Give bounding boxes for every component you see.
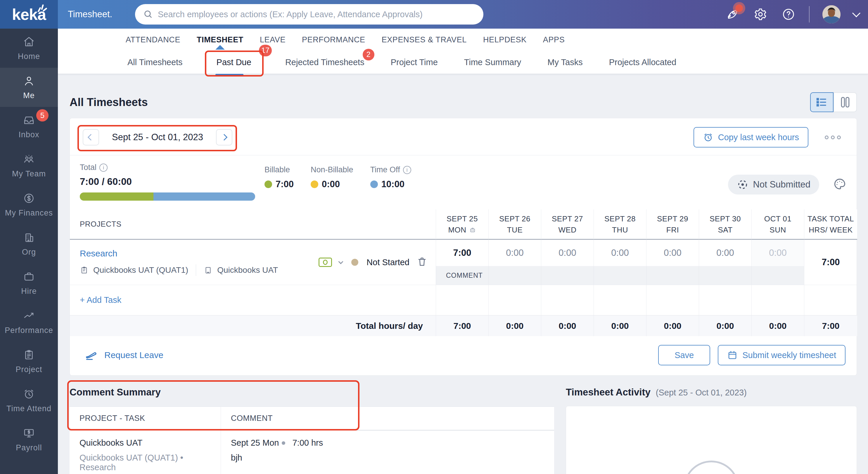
comment-strip-cell[interactable]	[488, 266, 541, 285]
progress-billable-segment	[80, 193, 153, 201]
sidebar-item-me[interactable]: Me	[0, 68, 58, 107]
main-area: keka Timesheet.	[58, 0, 868, 474]
subtab-rejected-timesheets[interactable]: Rejected Timesheets2	[285, 58, 365, 67]
help-icon[interactable]	[781, 7, 796, 22]
subtab-time-summary[interactable]: Time Summary	[464, 58, 521, 67]
tab-timesheet[interactable]: TIMESHEET	[197, 30, 243, 49]
comment-strip-cell[interactable]	[699, 266, 751, 285]
cs-task-path: Quickbooks UAT (QUAT1) • Research	[80, 453, 221, 472]
subtab-all-timesheets[interactable]: All Timesheets	[127, 58, 183, 67]
page-title: All Timesheets	[69, 96, 148, 109]
tab-apps[interactable]: APPS	[543, 30, 565, 49]
timeoff-label: Time Off	[370, 165, 400, 174]
billable-money-icon[interactable]	[318, 258, 332, 267]
list-view-button[interactable]	[810, 92, 834, 112]
org-icon	[23, 231, 35, 245]
sidebar-item-hire[interactable]: Hire	[0, 264, 58, 303]
subtab-my-tasks[interactable]: My Tasks	[548, 58, 583, 67]
sidebar-item-payroll[interactable]: Payroll	[0, 420, 58, 459]
status-badge: Not Submitted	[728, 175, 819, 195]
task-link[interactable]: Research	[80, 248, 278, 259]
cs-comment-cell: Sept 25 Mon 7:00 hrs bjh	[221, 431, 554, 474]
sidebar-item-home[interactable]: Home	[0, 29, 58, 68]
person-icon	[23, 75, 35, 88]
settings-gear-icon[interactable]	[753, 7, 768, 22]
module-title: Timesheet.	[68, 9, 135, 20]
prev-week-button[interactable]	[83, 129, 99, 145]
billable-dot	[265, 180, 272, 188]
bottom-section: Comment Summary PROJECT - TASK COMMENT Q…	[69, 387, 857, 474]
hours-cell-sun[interactable]: 0:00	[751, 240, 804, 266]
sidebar-item-performance[interactable]: Performance	[0, 303, 58, 342]
nonbillable-dot	[311, 180, 318, 188]
comment-strip-cell[interactable]	[646, 266, 699, 285]
subtab-past-due[interactable]: Past Due	[217, 58, 251, 67]
total-sun: 0:00	[751, 315, 804, 336]
tab-performance[interactable]: PERFORMANCE	[302, 30, 365, 49]
sidebar-item-project[interactable]: Project	[0, 342, 58, 381]
hours-cell-wed[interactable]: 0:00	[541, 240, 594, 266]
hours-cell-fri[interactable]: 0:00	[646, 240, 699, 266]
timesheet-subnav: All Timesheets Past Due 17 Rejected Time…	[58, 51, 868, 74]
chevron-right-icon	[221, 134, 228, 141]
billable-chevron-down-icon[interactable]	[338, 259, 343, 264]
sidebar-item-my-finances[interactable]: My Finances	[0, 185, 58, 224]
copy-last-week-button[interactable]: Copy last week hours	[693, 127, 808, 147]
search-icon	[143, 9, 153, 19]
tab-expenses-travel[interactable]: EXPENSES & TRAVEL	[382, 30, 467, 49]
save-button[interactable]: Save	[658, 345, 710, 365]
timeoff-value: 10:00	[381, 179, 404, 190]
more-options-icon[interactable]	[825, 136, 846, 139]
global-search[interactable]	[135, 4, 484, 25]
summary-right: Not Submitted	[728, 175, 846, 195]
rejected-badge: 2	[363, 49, 374, 61]
sidebar-item-org[interactable]: Org	[0, 224, 58, 264]
total-value: 7:00 / 60:00	[80, 176, 265, 187]
sidebar-item-label: Inbox	[19, 130, 39, 139]
comment-strip-cell[interactable]	[541, 266, 594, 285]
cs-comment-hours: 7:00 hrs	[292, 438, 323, 448]
col-comment: COMMENT	[221, 407, 554, 430]
briefcase-icon	[23, 270, 35, 284]
hours-cell-tue[interactable]: 0:00	[488, 240, 541, 266]
avatar[interactable]	[823, 5, 840, 23]
submit-weekly-timesheet-button[interactable]: Submit weekly timesheet	[718, 345, 845, 365]
inbox-icon	[23, 114, 35, 127]
totals-row-label: Total hours/ day	[70, 315, 436, 336]
empty-cell	[646, 285, 699, 315]
empty-cell	[751, 285, 804, 315]
comment-strip-cell[interactable]	[594, 266, 646, 285]
request-leave-link[interactable]: Request Leave	[80, 349, 163, 362]
footer-actions: Save Submit weekly timesheet	[658, 345, 845, 365]
keka-logo[interactable]: keka	[0, 0, 58, 29]
info-icon[interactable]: i	[403, 166, 411, 174]
palette-icon[interactable]	[833, 177, 846, 192]
info-icon[interactable]: i	[99, 164, 107, 172]
hours-cell-mon[interactable]: 7:00	[436, 240, 488, 266]
whats-new-rocket-icon[interactable]	[725, 7, 740, 22]
activity-title: Timesheet Activity	[566, 387, 651, 398]
sidebar-item-inbox[interactable]: 5 Inbox	[0, 107, 58, 146]
clipboard-icon	[23, 349, 35, 362]
tab-helpdesk[interactable]: HELPDESK	[483, 30, 527, 49]
sidebar-item-label: Me	[23, 91, 35, 100]
week-row: Sept 25 - Oct 01, 2023 Copy last week ho…	[70, 118, 857, 155]
hours-cell-sat[interactable]: 0:00	[699, 240, 751, 266]
hours-cell-thu[interactable]: 0:00	[594, 240, 646, 266]
subtab-project-time[interactable]: Project Time	[391, 58, 438, 67]
search-input[interactable]	[158, 10, 475, 19]
column-view-button[interactable]	[834, 92, 857, 112]
nonbillable-value: 0:00	[322, 179, 340, 190]
request-leave-label: Request Leave	[104, 350, 163, 360]
sidebar-item-time-attend[interactable]: Time Attend	[0, 381, 58, 420]
comment-strip-label[interactable]: COMMENT	[436, 266, 488, 285]
tab-attendance[interactable]: ATTENDANCE	[126, 30, 180, 49]
profile-chevron-down-icon[interactable]	[852, 9, 860, 17]
comment-strip-cell[interactable]	[751, 266, 804, 285]
sidebar-item-label: Project	[16, 365, 42, 374]
next-week-button[interactable]	[216, 129, 232, 145]
sidebar-item-my-team[interactable]: My Team	[0, 146, 58, 185]
add-task-link[interactable]: + Add Task	[80, 295, 121, 305]
subtab-projects-allocated[interactable]: Projects Allocated	[609, 58, 677, 67]
delete-task-icon[interactable]	[416, 256, 428, 268]
